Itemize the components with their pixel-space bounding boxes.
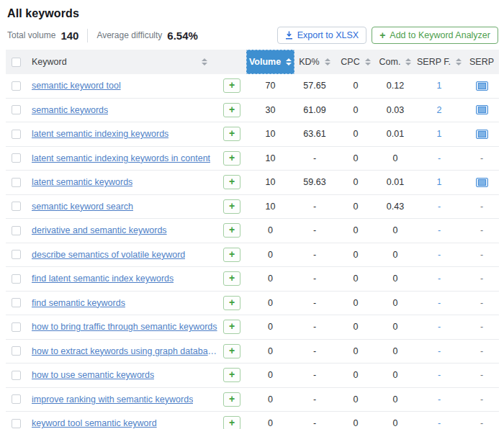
row-checkbox[interactable] <box>12 250 21 259</box>
com-column-label: Com. <box>379 57 401 67</box>
add-keyword-button[interactable]: + <box>223 78 240 93</box>
keyword-link[interactable]: latent semantic indexing keywords <box>32 129 168 139</box>
table-row: how to use semantic keywords + 0 - 0 0 -… <box>6 363 499 388</box>
column-header-volume[interactable]: Volume <box>246 50 294 74</box>
stats-divider <box>87 29 88 42</box>
serp-empty-dash: - <box>480 298 483 308</box>
add-keyword-button[interactable]: + <box>223 416 240 429</box>
plus-icon: + <box>229 394 235 404</box>
add-keyword-button[interactable]: + <box>223 296 240 310</box>
serp-cell: - <box>464 274 499 284</box>
serp-features-cell: - <box>414 394 464 405</box>
row-checkbox[interactable] <box>12 298 21 307</box>
keyword-link[interactable]: semantic keyword search <box>32 202 133 212</box>
serp-features-count-link[interactable]: 1 <box>437 129 442 139</box>
volume-cell: 0 <box>246 225 294 235</box>
sort-arrows-icon[interactable] <box>286 58 292 66</box>
serp-snapshot-icon[interactable] <box>476 178 488 187</box>
row-checkbox[interactable] <box>12 371 21 380</box>
kd-cell: - <box>294 346 335 356</box>
serp-snapshot-icon[interactable] <box>476 105 488 114</box>
serp-features-count-link: - <box>438 250 441 260</box>
volume-cell: 10 <box>246 177 294 187</box>
keyword-link[interactable]: how to bring traffic through semantic ke… <box>32 322 217 332</box>
column-header-serp-features[interactable]: SERP F. <box>414 50 464 74</box>
keyword-link[interactable]: how to use semantic keywords <box>32 370 154 380</box>
add-keyword-button[interactable]: + <box>223 223 240 238</box>
row-checkbox[interactable] <box>12 419 21 428</box>
select-all-checkbox[interactable] <box>12 58 21 67</box>
cpc-cell: 0 <box>335 418 377 428</box>
row-checkbox[interactable] <box>12 274 21 284</box>
sort-arrows-icon[interactable] <box>325 58 330 66</box>
com-cell: 0 <box>377 225 414 235</box>
plus-icon: + <box>229 321 235 331</box>
row-checkbox[interactable] <box>12 153 21 163</box>
add-keyword-button[interactable]: + <box>223 320 240 334</box>
keyword-link[interactable]: how to extract keywords using graph data… <box>32 346 217 356</box>
add-keyword-button[interactable]: + <box>223 127 240 141</box>
column-header-kd[interactable]: KD% <box>294 50 335 74</box>
serp-snapshot-icon[interactable] <box>476 130 488 139</box>
add-keyword-button[interactable]: + <box>223 392 240 407</box>
serp-features-count-link[interactable]: 1 <box>437 81 442 91</box>
sort-arrows-icon[interactable] <box>456 58 462 66</box>
serp-features-count-link: - <box>438 274 441 284</box>
row-checkbox[interactable] <box>12 105 21 114</box>
serp-cell: - <box>464 105 499 114</box>
column-header-cpc[interactable]: CPC <box>335 50 377 74</box>
row-checkbox[interactable] <box>12 226 21 235</box>
serp-cell: - <box>464 394 499 405</box>
add-keyword-button[interactable]: + <box>223 199 240 214</box>
add-keyword-button[interactable]: + <box>223 344 240 358</box>
add-keyword-button[interactable]: + <box>223 151 240 166</box>
keyword-link[interactable]: describe semantics of volatile keyword <box>32 250 185 260</box>
row-checkbox[interactable] <box>12 394 21 404</box>
cpc-cell: 0 <box>335 202 377 212</box>
row-checkbox[interactable] <box>12 202 21 211</box>
serp-features-count-link[interactable]: 2 <box>437 105 442 115</box>
keyword-link[interactable]: semantic keywords <box>32 105 108 115</box>
table-row: latent semantic indexing keywords + 10 6… <box>6 122 499 147</box>
sort-arrows-icon[interactable] <box>365 58 371 66</box>
volume-cell: 10 <box>246 129 294 139</box>
add-keyword-button[interactable]: + <box>223 368 240 382</box>
add-keyword-button[interactable]: + <box>223 175 240 189</box>
keyword-link[interactable]: find semantic keywords <box>32 298 125 308</box>
serp-cell: - <box>464 225 499 235</box>
serp-features-cell: - <box>414 250 464 260</box>
table-row: semantic keyword search + 10 - 0 0.43 - … <box>6 195 499 220</box>
row-checkbox[interactable] <box>12 178 21 187</box>
sort-arrows-icon[interactable] <box>405 58 411 66</box>
row-checkbox[interactable] <box>12 346 21 356</box>
keyword-link[interactable]: keyword tool semantic keyword <box>32 418 157 428</box>
column-header-keyword[interactable]: Keyword <box>26 50 217 74</box>
keyword-link[interactable]: latent semantic indexing keywords in con… <box>32 153 210 163</box>
kd-cell: 57.65 <box>294 81 335 91</box>
keyword-link[interactable]: improve ranking with semantic keywords <box>32 394 193 405</box>
keyword-link[interactable]: latent semantic keywords <box>32 177 132 187</box>
row-checkbox[interactable] <box>12 322 21 332</box>
serp-features-count-link: - <box>438 153 441 163</box>
add-keyword-button[interactable]: + <box>223 271 240 286</box>
cpc-column-label: CPC <box>341 57 359 67</box>
serp-snapshot-icon[interactable] <box>476 81 488 91</box>
keyword-link[interactable]: find latent semantic index keywords <box>32 274 174 284</box>
add-to-keyword-analyzer-button[interactable]: + Add to Keyword Analyzer <box>372 27 498 44</box>
row-checkbox[interactable] <box>12 130 21 139</box>
kd-cell: - <box>294 322 335 332</box>
keyword-link[interactable]: derivative and semantic keywords <box>32 225 167 235</box>
export-xlsx-button[interactable]: Export to XLSX <box>277 27 366 44</box>
column-header-com[interactable]: Com. <box>377 50 414 74</box>
row-checkbox[interactable] <box>12 81 21 91</box>
serp-features-count-link[interactable]: 1 <box>437 177 442 187</box>
keyword-link[interactable]: semantic keyword tool <box>32 81 121 91</box>
volume-cell: 0 <box>246 346 294 356</box>
add-keyword-button[interactable]: + <box>223 103 240 117</box>
plus-icon: + <box>229 80 235 90</box>
table-row: semantic keyword tool + 70 57.65 0 0.12 … <box>6 74 499 99</box>
plus-icon: + <box>229 104 235 114</box>
add-keyword-button[interactable]: + <box>223 248 240 262</box>
sort-arrows-icon[interactable] <box>202 58 207 66</box>
serp-features-cell: - <box>414 225 464 235</box>
